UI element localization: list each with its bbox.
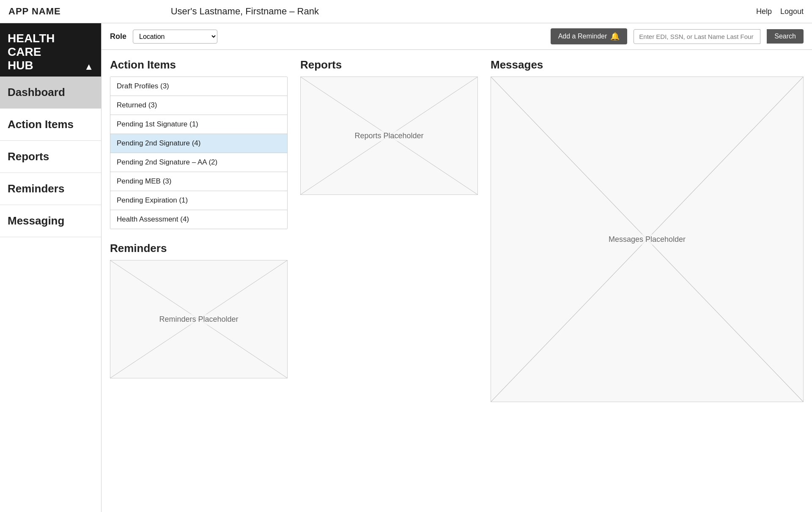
app-name: APP NAME [8,6,61,17]
search-input[interactable] [634,29,760,44]
dashboard-panels: Action Items Draft Profiles (3) Returned… [102,50,812,512]
help-link[interactable]: Help [756,7,772,16]
content-area: Role Location Provider Admin Add a Remin… [102,23,812,512]
bell-icon: 🔔 [610,32,620,41]
role-bar: Role Location Provider Admin Add a Remin… [102,23,812,50]
sidebar-item-action-items[interactable]: Action Items [0,109,101,141]
top-bar-right: Help Logout [756,7,804,16]
reminders-title: Reminders [110,242,288,255]
left-column: Action Items Draft Profiles (3) Returned… [110,58,288,504]
sidebar-item-reports[interactable]: Reports [0,141,101,173]
action-item-pending-meb[interactable]: Pending MEB (3) [110,172,287,191]
main-layout: HEALTH CARE HUB ▲ Dashboard Action Items… [0,23,812,512]
action-items-list: Draft Profiles (3) Returned (3) Pending … [110,77,288,229]
app-wrapper: APP NAME User's Lastname, Firstname – Ra… [0,0,812,512]
messages-title: Messages [491,58,804,71]
collapse-icon[interactable]: ▲ [84,61,93,72]
action-item-pending-2nd[interactable]: Pending 2nd Signature (4) [110,134,287,153]
reports-title: Reports [300,58,478,71]
action-item-health-assessment[interactable]: Health Assessment (4) [110,210,287,229]
reminders-placeholder-label: Reminders Placeholder [156,314,241,325]
action-items-title: Action Items [110,58,288,71]
action-item-pending-1st[interactable]: Pending 1st Signature (1) [110,115,287,134]
action-item-pending-2nd-aa[interactable]: Pending 2nd Signature – AA (2) [110,153,287,172]
action-item-returned[interactable]: Returned (3) [110,96,287,115]
reminders-section: Reminders Reminders Placeholder [110,242,288,378]
sidebar-brand-text: HEALTH CARE HUB [8,32,84,72]
logout-link[interactable]: Logout [780,7,804,16]
reports-placeholder-label: Reports Placeholder [352,131,426,141]
top-bar: APP NAME User's Lastname, Firstname – Ra… [0,0,812,23]
reports-placeholder: Reports Placeholder [300,77,478,195]
sidebar-item-reminders[interactable]: Reminders [0,173,101,205]
messages-placeholder-label: Messages Placeholder [606,234,688,245]
add-reminder-label: Add a Reminder [558,33,607,40]
action-item-pending-expiration[interactable]: Pending Expiration (1) [110,191,287,210]
right-column: Messages Messages Placeholder [491,58,804,504]
sidebar-item-dashboard[interactable]: Dashboard [0,77,101,109]
sidebar-brand: HEALTH CARE HUB ▲ [0,23,101,77]
user-title: User's Lastname, Firstname – Rank [61,6,756,17]
sidebar: HEALTH CARE HUB ▲ Dashboard Action Items… [0,23,102,512]
messages-placeholder: Messages Placeholder [491,77,804,402]
role-label: Role [110,32,126,41]
search-button[interactable]: Search [767,29,804,44]
add-reminder-button[interactable]: Add a Reminder 🔔 [551,28,628,44]
reminders-placeholder: Reminders Placeholder [110,260,288,378]
sidebar-item-messaging[interactable]: Messaging [0,205,101,237]
role-select[interactable]: Location Provider Admin [133,30,217,44]
action-item-draft-profiles[interactable]: Draft Profiles (3) [110,77,287,96]
middle-column: Reports Reports Placeholder [300,58,478,504]
sidebar-nav: Dashboard Action Items Reports Reminders… [0,77,101,237]
